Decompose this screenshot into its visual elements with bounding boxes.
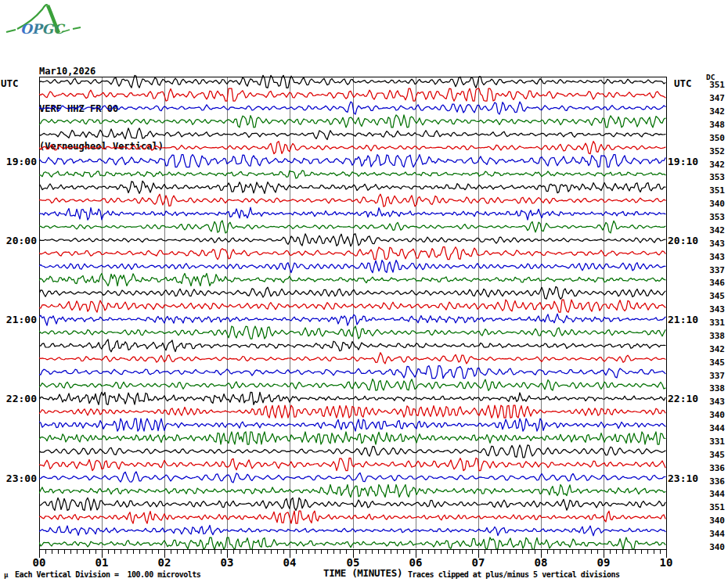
x-tick-label: 03 [214,556,240,569]
dc-value: 351 [705,502,725,512]
clip-note: Traces clipped at plus/minus 5 vertical … [408,570,620,579]
hour-label-right: 20:10 [668,235,698,246]
dc-value: 336 [705,463,725,473]
x-tick-label: 07 [465,556,492,569]
x-tick-label: 08 [528,556,554,569]
x-axis-label: TIME (MINUTES) [323,567,402,579]
trace-group [39,75,665,550]
trace-row-4 [39,115,665,128]
dc-value: 342 [705,225,725,235]
trace-row-23 [39,366,665,379]
trace-row-2 [39,88,665,101]
x-tick-label: 00 [26,556,52,569]
trace-row-13 [39,234,665,246]
seismogram-plot [0,0,728,582]
trace-row-26 [39,405,665,418]
trace-row-24 [39,379,665,391]
trace-row-5 [39,128,665,140]
hour-label-left: 21:00 [0,314,37,325]
trace-row-29 [39,445,665,458]
x-tick-label: 04 [276,556,303,569]
trace-row-3 [39,102,665,114]
dc-value: 336 [705,476,725,487]
dc-value: 342 [705,160,725,170]
division-note: Each Vertical Division = 100.00 microvol… [15,570,200,579]
trace-row-31 [39,472,665,483]
dc-value: 342 [705,344,725,354]
dc-value: 344 [705,489,725,499]
trace-row-22 [39,353,665,364]
dc-value: 345 [705,291,725,301]
dc-value: 337 [705,265,725,275]
dc-value: 346 [705,278,725,288]
trace-row-25 [39,392,665,404]
trace-row-20 [39,326,665,339]
x-tick-label: 01 [88,556,115,569]
dc-value: 350 [705,133,725,143]
dc-value: 340 [705,516,725,526]
hour-label-left: 19:00 [0,156,37,167]
trace-row-34 [39,511,665,523]
trace-row-19 [39,314,665,325]
helicorder-page: OPGC Mar10,2026 VERF HHZ FR 00 (Verneugh… [0,0,728,582]
dc-value: 347 [705,93,725,103]
dc-value: 353 [705,172,725,182]
dc-value: 343 [705,239,725,249]
dc-value: 351 [705,80,725,90]
dc-value: 340 [705,410,725,420]
dc-value: 337 [705,371,725,381]
dc-value: 343 [705,304,725,314]
trace-row-10 [39,194,665,207]
dc-value: 345 [705,357,725,368]
trace-row-16 [39,274,665,286]
trace-row-30 [39,458,665,471]
trace-row-11 [39,207,665,220]
trace-row-36 [39,537,665,550]
trace-row-28 [39,432,665,444]
trace-row-35 [39,526,665,536]
hour-label-right: 19:10 [668,156,698,167]
trace-row-7 [39,155,665,167]
trace-row-32 [39,485,665,498]
dc-value: 348 [705,120,725,130]
trace-row-27 [39,419,665,431]
x-tick-label: 02 [151,556,178,569]
trace-row-14 [39,247,665,260]
dc-value: 331 [705,436,725,447]
trace-row-6 [39,142,665,154]
hour-label-right: 21:10 [668,314,698,325]
trace-row-12 [39,221,665,233]
dc-value: 344 [705,423,725,433]
dc-value: 353 [705,212,725,222]
dc-value: 338 [705,383,725,393]
x-tick-label: 06 [402,556,429,569]
dc-value: 352 [705,146,725,156]
dc-value: 331 [705,318,725,328]
dc-value: 343 [705,397,725,407]
dc-value: 344 [705,529,725,539]
dc-value: 343 [705,252,725,262]
trace-row-9 [39,181,665,193]
trace-row-33 [39,498,665,510]
hour-label-right: 22:10 [668,393,698,404]
hour-label-left: 22:00 [0,393,37,404]
dc-value: 340 [705,542,725,552]
dc-value: 345 [705,450,725,460]
trace-row-18 [39,300,665,312]
hour-label-right: 23:10 [668,472,698,484]
dc-value: 338 [705,331,725,341]
hour-label-left: 23:00 [0,472,37,484]
hour-label-left: 20:00 [0,235,37,246]
trace-row-8 [39,171,665,178]
trace-row-21 [39,340,665,352]
dc-value: 342 [705,106,725,117]
dc-value: 351 [705,185,725,196]
x-tick-label: 10 [653,556,679,569]
x-tick-label: 09 [590,556,617,569]
dc-value: 340 [705,199,725,209]
trace-row-17 [39,286,665,299]
trace-row-15 [39,260,665,273]
mu-glyph: μ [4,571,8,579]
